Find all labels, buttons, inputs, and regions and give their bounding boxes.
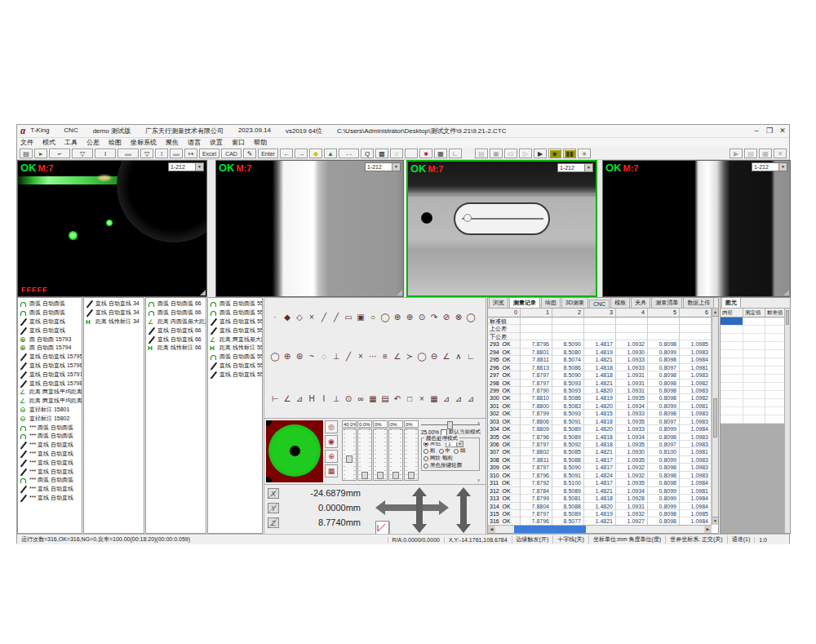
measure-item[interactable]: 圆弧 自动圆弧 55 <box>208 309 262 318</box>
element-row[interactable] <box>721 358 784 366</box>
lens-select[interactable]: 1-212▼ <box>752 162 787 171</box>
resize-handle[interactable] <box>397 290 402 295</box>
copy-button[interactable]: ▣ <box>490 149 503 158</box>
cad-export-button[interactable]: CAD <box>221 149 242 158</box>
z-jog-arrow[interactable] <box>460 496 467 524</box>
tab-3[interactable]: 绘图 <box>541 297 561 308</box>
menu-item[interactable]: 文件 <box>20 138 33 147</box>
measure-item[interactable]: 距离 内圆弧最大距离 <box>146 318 206 326</box>
run2-button[interactable]: ▶ <box>730 149 743 158</box>
measure-item[interactable]: 直线 自动直线 <box>18 326 82 335</box>
copy-dim-tool[interactable]: ▤ <box>379 393 391 405</box>
resize-handle[interactable] <box>783 290 789 295</box>
ring-light-quad-button[interactable]: ⊕ <box>325 450 338 463</box>
light-slider-3[interactable]: 0% <box>373 420 388 481</box>
measure-item[interactable]: 直线 自动直线 66 <box>146 335 206 344</box>
arc-tool[interactable]: ↷ <box>428 312 440 323</box>
slider-track[interactable] <box>342 429 357 481</box>
cross2-tool[interactable]: × <box>355 351 366 362</box>
save2-button[interactable]: ▤ <box>475 149 488 158</box>
element-scrollbar[interactable] <box>784 309 790 533</box>
camera2-disabled-button[interactable]: ▬ <box>170 149 183 158</box>
measure-item[interactable]: 直线 自动直线 55 <box>208 370 262 379</box>
pick-tool[interactable]: ◆ <box>282 312 293 323</box>
result-row[interactable]: 310 OK7.87968.50911.48241.09320.80981.09… <box>488 472 712 479</box>
result-row[interactable]: 306 OK7.87978.50921.48181.09350.80971.09… <box>488 441 712 448</box>
ky-dim-tool[interactable]: ⊿ <box>453 393 464 405</box>
light-slider-4[interactable]: 0% <box>388 420 403 481</box>
resize-handle[interactable] <box>589 289 595 295</box>
element-row[interactable] <box>721 415 784 424</box>
slider-thumb[interactable] <box>361 472 368 479</box>
camera-view-2[interactable]: OKM:7 1-212▼ <box>215 160 404 297</box>
scroll-up-icon[interactable]: ▲ <box>712 309 718 317</box>
element-row[interactable] <box>721 391 784 399</box>
result-row[interactable]: 294 OK7.88018.50801.48191.09300.80991.09… <box>488 349 712 356</box>
menu-item[interactable]: 公差 <box>86 138 100 147</box>
menu-item[interactable]: 设置 <box>210 138 223 147</box>
result-row[interactable]: 297 OK7.87978.50901.48181.09310.80981.09… <box>488 371 712 379</box>
line-tool[interactable]: ╱ <box>318 312 330 323</box>
lens-select[interactable]: 1-212▼ <box>557 163 593 172</box>
slider-thumb[interactable] <box>346 455 353 463</box>
measure-item[interactable]: *** 直线 自动直线 <box>18 458 82 467</box>
element-row[interactable] <box>721 407 784 415</box>
blank-button[interactable] <box>405 149 418 158</box>
scroll-down-icon[interactable]: ▼ <box>712 517 718 525</box>
xy-jog-horizontal-arrow[interactable] <box>385 504 439 511</box>
result-row[interactable]: 314 OK7.88048.50881.48201.09310.80991.09… <box>488 503 712 510</box>
result-row[interactable]: 305 OK7.87968.50891.48181.09340.80981.09… <box>488 433 712 441</box>
axis-updown-button[interactable]: ↕ <box>155 149 168 158</box>
dash-button[interactable]: - - <box>339 149 359 158</box>
medium-radio[interactable]: 中 <box>439 447 451 455</box>
print-button[interactable]: ▦ <box>759 149 772 158</box>
element-row[interactable] <box>721 350 784 358</box>
menu-item[interactable]: 窗口 <box>232 138 245 147</box>
result-row[interactable]: 311 OK7.87928.51001.48171.09350.80981.09… <box>488 479 712 486</box>
move-right-button[interactable]: ↦ <box>184 149 197 158</box>
measure-item[interactable]: *** 直线 自动直线 <box>18 450 82 459</box>
arc3-tool[interactable]: ⊗ <box>453 312 464 323</box>
slider-track[interactable] <box>388 429 403 481</box>
measure-item[interactable]: 直径标注 15802 <box>18 414 82 423</box>
measure-item[interactable]: 圆弧 自动圆弧 <box>18 309 82 318</box>
angle2-tool[interactable]: ∠ <box>441 351 452 362</box>
rect2-tool[interactable]: ▣ <box>355 312 366 323</box>
cross-tool[interactable]: × <box>306 312 317 323</box>
point-tool[interactable]: · <box>269 312 281 323</box>
result-row[interactable]: 308 OK7.88118.50881.48171.09350.80991.09… <box>488 456 712 464</box>
wave-tool[interactable]: ~ <box>306 351 317 362</box>
measure-item[interactable]: *** 直线 自动直线 <box>18 485 82 494</box>
result-row[interactable]: 296 OK7.88138.50861.48181.09330.80971.09… <box>488 364 712 371</box>
slider-track[interactable] <box>357 429 372 481</box>
element-row[interactable] <box>721 375 784 383</box>
slider-thumb[interactable] <box>377 472 384 479</box>
element-row[interactable] <box>721 383 784 391</box>
circle4-tool[interactable]: ⊕ <box>404 312 415 323</box>
result-row[interactable]: 316 OK7.87968.50771.48211.09270.80981.09… <box>488 517 712 525</box>
tab-5[interactable]: CNC <box>589 300 610 308</box>
measure-item[interactable]: *** 直线 自动直线 <box>18 494 82 503</box>
rect-tool[interactable]: ▭ <box>343 312 354 323</box>
ring-light-seg-button[interactable]: ▦ <box>325 464 338 477</box>
setup-hammer-button[interactable]: ∗ <box>578 149 591 158</box>
open-button[interactable]: ▸ <box>34 149 47 158</box>
slider-thumb[interactable] <box>447 421 453 429</box>
undo-tool[interactable]: ↶ <box>392 393 403 405</box>
box-select-tool[interactable]: □ <box>404 393 415 405</box>
panel-scroll-arrows[interactable]: ∧∨ <box>476 420 481 482</box>
result-row[interactable]: 303 OK7.88068.50911.48181.09350.80971.09… <box>488 418 712 425</box>
result-row[interactable]: 293 OK7.87968.50901.48171.09320.80981.09… <box>488 340 712 348</box>
measure-item[interactable]: *** 圆弧 自动圆弧 <box>18 476 82 485</box>
measure-item[interactable]: 直线 自动直线 55 <box>208 362 262 371</box>
folder-button[interactable]: ▭ <box>504 149 517 158</box>
result-row[interactable]: 309 OK7.87978.50901.48171.09320.80981.09… <box>488 464 712 471</box>
result-row[interactable]: 315 OK7.87978.50891.48191.09320.80981.09… <box>488 510 712 517</box>
enter-button[interactable]: Enter <box>258 149 278 158</box>
next-button[interactable]: → <box>295 149 308 158</box>
scroll-down-icon[interactable]: ∨ <box>476 477 481 482</box>
lines-tool[interactable]: ≡ <box>379 351 391 362</box>
measure-item[interactable]: *** 直线 自动直线 <box>18 467 82 476</box>
width-dim-tool[interactable]: I <box>318 393 330 405</box>
slider-track[interactable] <box>404 429 419 481</box>
